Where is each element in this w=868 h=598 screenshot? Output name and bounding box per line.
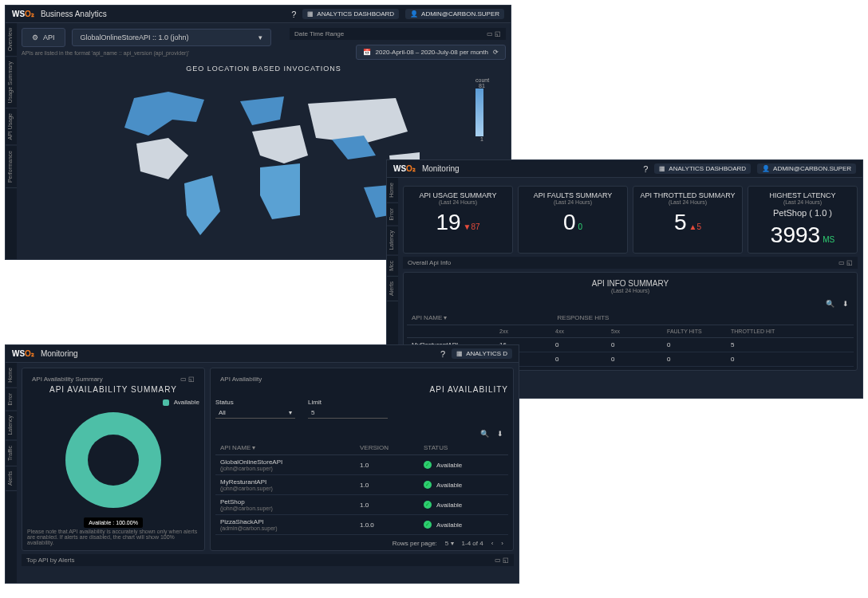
collapse-icon[interactable]: ▭ ◱ bbox=[495, 557, 509, 564]
card-delta: ▲5 bbox=[689, 222, 701, 231]
collapse-icon[interactable]: ▭ ◱ bbox=[487, 30, 501, 37]
panel-header: Top API by Alerts▭ ◱ bbox=[22, 554, 514, 566]
table-pager: Rows per page: 5 ▾ 1-4 of 4 ‹ › bbox=[215, 535, 508, 552]
sidetab[interactable]: Usage Summary bbox=[6, 57, 17, 108]
nav-dashboard-button[interactable]: ▦ANALYTICS DASHBOARD bbox=[654, 163, 751, 174]
world-map[interactable] bbox=[93, 76, 436, 247]
sync-icon[interactable]: ⟳ bbox=[493, 49, 499, 56]
card-value: 5 bbox=[674, 210, 687, 235]
table-row[interactable]: GlobalOnlineStoreAPI(john@carbon.super)1… bbox=[215, 455, 508, 475]
latency-value: 3993 bbox=[771, 222, 820, 248]
search-icon[interactable]: 🔍 bbox=[480, 430, 489, 438]
page-title: Monitoring bbox=[41, 349, 78, 358]
nav-dashboard-button[interactable]: ▦ANALYTICS DASHBOARD bbox=[302, 9, 399, 19]
summary-card[interactable]: API THROTTLED SUMMARY (Last 24 Hours) 5▲… bbox=[633, 186, 743, 254]
next-page-button[interactable]: › bbox=[501, 540, 503, 547]
map-legend: count 81 1 bbox=[475, 77, 488, 142]
chevron-down-icon: ▾ bbox=[289, 409, 292, 416]
search-icon[interactable]: 🔍 bbox=[826, 300, 834, 308]
status-ok-icon: ✓ bbox=[424, 461, 432, 469]
sidetab[interactable]: API Usage bbox=[6, 108, 17, 145]
footer-note: Please note that API availability is acc… bbox=[27, 529, 199, 545]
help-icon[interactable]: ? bbox=[291, 10, 296, 19]
side-tabs: HomeErrorLatencyTrafficAlerts bbox=[6, 363, 17, 583]
prev-page-button[interactable]: ‹ bbox=[491, 540, 494, 547]
sidetab[interactable]: Traffic bbox=[6, 441, 17, 466]
latency-card[interactable]: HIGHEST LATENCY (Last 24 Hours) PetShop … bbox=[748, 186, 858, 254]
user-menu[interactable]: 👤ADMIN@CARBON.SUPER bbox=[757, 163, 856, 174]
sidetab[interactable]: Error bbox=[6, 388, 17, 411]
card-title: API USAGE SUMMARY bbox=[408, 191, 507, 199]
topbar: WSO₂ Monitoring ? ▦ANALYTICS DASHBOARD 👤… bbox=[387, 160, 862, 178]
chart-tooltip: Available : 100.00% bbox=[84, 517, 143, 528]
status-ok-icon: ✓ bbox=[424, 481, 432, 489]
logo: WSO₂ bbox=[12, 349, 34, 358]
card-subtitle: (Last 24 Hours) bbox=[638, 199, 737, 205]
rows-per-page-select[interactable]: 5 ▾ bbox=[445, 540, 454, 547]
latency-api: PetShop ( 1.0 ) bbox=[753, 208, 852, 218]
table-header: API NAME ▾ VERSION STATUS bbox=[215, 441, 508, 455]
card-title: API FAULTS SUMMARY bbox=[523, 191, 622, 199]
panel-header: Overall Api Info▭ ◱ bbox=[403, 257, 858, 269]
legend-swatch bbox=[163, 399, 169, 406]
table-row[interactable]: PizzaShackAPI(admin@carbon.super)1.0.0✓A… bbox=[215, 515, 508, 535]
sidetab[interactable]: Mcc bbox=[387, 256, 398, 277]
page-range: 1-4 of 4 bbox=[462, 540, 483, 547]
filter-label: Limit bbox=[308, 399, 388, 406]
download-icon[interactable]: ⬇ bbox=[842, 300, 849, 308]
table-row[interactable]: MyResturantAPI(john@carbon.super)1.0✓Ava… bbox=[215, 475, 508, 495]
card-value: 0 bbox=[563, 210, 576, 235]
card-subtitle: (Last 24 Hours) bbox=[523, 199, 622, 205]
api-hint: APIs are listed in the format 'api_name … bbox=[22, 50, 285, 56]
collapse-icon[interactable]: ▭ ◱ bbox=[838, 259, 853, 266]
api-selector-dropdown[interactable]: GlobalOnlineStoreAPI :: 1.0 (john)▾ bbox=[72, 29, 271, 46]
sidetab[interactable]: Latency bbox=[6, 411, 17, 441]
logo: WSO₂ bbox=[12, 10, 34, 18]
help-icon[interactable]: ? bbox=[643, 164, 648, 174]
card-value: 19 bbox=[436, 210, 460, 235]
date-range-picker[interactable]: 📅 2020-April-08 – 2020-July-08 per month… bbox=[356, 45, 506, 60]
summary-card[interactable]: API USAGE SUMMARY (Last 24 Hours) 19▼87 bbox=[403, 186, 513, 254]
sidetab[interactable]: Home bbox=[387, 178, 398, 203]
sidetab[interactable]: Performance bbox=[6, 146, 17, 188]
map-title: GEO LOCATION BASED INVOCATIONS bbox=[22, 65, 506, 73]
sidetab[interactable]: Overview bbox=[6, 23, 17, 57]
section-title: API AVAILABILITY bbox=[215, 385, 508, 394]
panel-header: API Availability Summary▭ ◱ bbox=[27, 373, 199, 385]
limit-filter-input[interactable]: 5 bbox=[308, 407, 388, 419]
section-title: API AVAILABILITY SUMMARY bbox=[27, 385, 199, 394]
topbar: WSO₂ Monitoring ? ▦ANALYTICS D bbox=[6, 345, 519, 363]
collapse-icon[interactable]: ▭ ◱ bbox=[180, 376, 195, 383]
availability-donut-chart[interactable] bbox=[65, 412, 161, 508]
page-title: Business Analytics bbox=[41, 10, 107, 18]
card-subtitle: (Last 24 Hours) bbox=[408, 199, 507, 205]
card-title: API THROTTLED SUMMARY bbox=[638, 191, 737, 199]
panel-header: API Availability bbox=[215, 373, 508, 385]
table-subtitle: (Last 24 Hours) bbox=[410, 288, 850, 293]
card-delta: ▼87 bbox=[464, 222, 480, 231]
card-delta: 0 bbox=[578, 222, 583, 231]
user-menu[interactable]: 👤ADMIN@CARBON.SUPER bbox=[405, 9, 504, 19]
sidetab[interactable]: Error bbox=[387, 203, 398, 226]
legend-label: Available bbox=[174, 399, 199, 406]
panel-header: Date Time Range▭ ◱ bbox=[290, 28, 506, 40]
sidetab[interactable]: Home bbox=[6, 363, 17, 388]
logo: WSO₂ bbox=[393, 164, 416, 173]
status-filter-dropdown[interactable]: All▾ bbox=[215, 407, 295, 419]
status-ok-icon: ✓ bbox=[424, 521, 432, 529]
table-row[interactable]: PetShop(john@carbon.super)1.0✓Available bbox=[215, 495, 508, 515]
calendar-icon: 📅 bbox=[363, 49, 371, 56]
help-icon[interactable]: ? bbox=[440, 349, 445, 359]
summary-card[interactable]: API FAULTS SUMMARY (Last 24 Hours) 00 bbox=[518, 186, 628, 254]
gear-icon: ⚙ bbox=[32, 33, 38, 41]
download-icon[interactable]: ⬇ bbox=[497, 430, 503, 438]
table-title: API INFO SUMMARY bbox=[410, 279, 850, 288]
nav-dashboard-button[interactable]: ▦ANALYTICS D bbox=[452, 348, 512, 359]
sidetab[interactable]: Alerts bbox=[387, 277, 398, 301]
status-ok-icon: ✓ bbox=[424, 501, 432, 509]
side-tabs: Overview Usage Summary API Usage Perform… bbox=[6, 23, 17, 259]
latency-unit: MS bbox=[823, 235, 834, 244]
api-settings-button[interactable]: ⚙API bbox=[22, 28, 65, 47]
sidetab[interactable]: Alerts bbox=[6, 466, 17, 491]
sidetab[interactable]: Latency bbox=[387, 226, 398, 256]
